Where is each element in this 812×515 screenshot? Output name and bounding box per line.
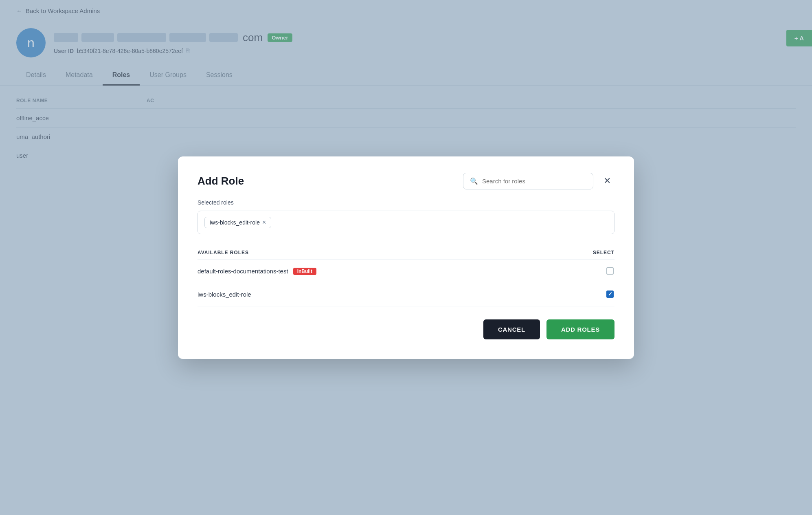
close-button[interactable]: ✕ bbox=[600, 174, 614, 188]
role-row-2: iws-blocks_edit-role ✓ bbox=[198, 283, 614, 306]
selected-roles-label: Selected roles bbox=[198, 199, 614, 206]
select-col-label: SELECT bbox=[593, 250, 614, 255]
available-roles-title: AVAILABLE ROLES bbox=[198, 250, 249, 255]
search-icon: 🔍 bbox=[470, 177, 478, 185]
modal-title: Add Role bbox=[198, 175, 244, 187]
role-row-1: default-roles-documentations-test InBuil… bbox=[198, 260, 614, 283]
checkbox-checked-2[interactable]: ✓ bbox=[606, 291, 614, 298]
selected-roles-box: iws-blocks_edit-role × bbox=[198, 211, 614, 234]
checkbox-unchecked-1[interactable] bbox=[606, 267, 614, 275]
checkbox-1[interactable] bbox=[606, 267, 614, 275]
roles-list: AVAILABLE ROLES SELECT default-roles-doc… bbox=[198, 246, 614, 306]
modal-header-right: 🔍 ✕ bbox=[463, 173, 614, 189]
checkbox-2[interactable]: ✓ bbox=[606, 291, 614, 299]
role-chip-label: iws-blocks_edit-role bbox=[210, 219, 260, 226]
modal-footer: CANCEL ADD ROLES bbox=[198, 319, 614, 339]
available-roles-header: AVAILABLE ROLES SELECT bbox=[198, 246, 614, 260]
background-page: ← Back to Workspace Admins n com Owner U… bbox=[0, 0, 812, 515]
inbuilt-badge-1: InBuilt bbox=[293, 268, 316, 275]
search-box[interactable]: 🔍 bbox=[463, 173, 593, 189]
role-row-2-left: iws-blocks_edit-role bbox=[198, 291, 251, 298]
role-chip: iws-blocks_edit-role × bbox=[204, 217, 271, 228]
search-input[interactable] bbox=[482, 178, 586, 185]
role-row-1-left: default-roles-documentations-test InBuil… bbox=[198, 268, 316, 275]
add-role-modal: Add Role 🔍 ✕ Selected roles iws-blocks_e… bbox=[178, 156, 634, 359]
role-chip-remove[interactable]: × bbox=[262, 219, 266, 226]
role-name-2: iws-blocks_edit-role bbox=[198, 291, 251, 298]
modal-overlay: Add Role 🔍 ✕ Selected roles iws-blocks_e… bbox=[0, 0, 812, 515]
cancel-button[interactable]: CANCEL bbox=[483, 319, 540, 339]
role-name-1: default-roles-documentations-test bbox=[198, 268, 288, 275]
checkmark-icon: ✓ bbox=[608, 291, 612, 297]
modal-header: Add Role 🔍 ✕ bbox=[198, 173, 614, 189]
add-roles-button[interactable]: ADD ROLES bbox=[546, 319, 614, 339]
